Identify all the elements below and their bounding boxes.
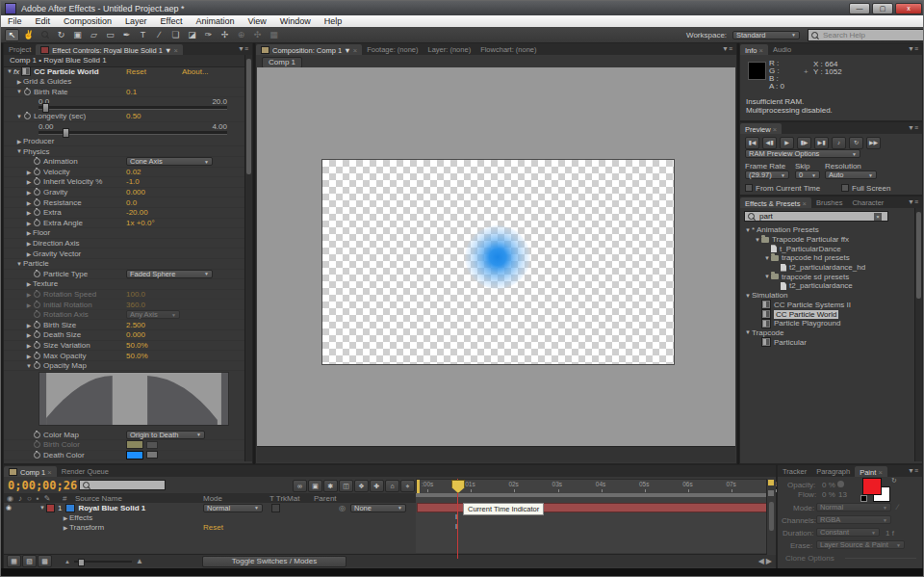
effect-controls-scrollbar[interactable] <box>244 55 252 461</box>
property-dropdown[interactable]: Cone Axis▼ <box>126 157 213 166</box>
effect-row-velocity[interactable]: ▶Velocity0.02 <box>4 168 244 178</box>
expand-layer-switches-icon[interactable]: ▦ <box>7 555 21 567</box>
tab-comp1-timeline[interactable]: Comp 1 × <box>4 466 57 477</box>
expand-arrow-icon[interactable]: ▶ <box>25 250 33 257</box>
property-value[interactable]: 50.0% <box>126 352 148 360</box>
label-column-icon[interactable]: ✎ <box>44 494 51 503</box>
effect-row-physics[interactable]: ▼Physics <box>4 146 244 157</box>
preset-tree-item-trapcode-particular-ffx[interactable]: ▼Trapcode Particular ffx <box>742 235 914 245</box>
column-parent[interactable]: Parent <box>314 494 337 503</box>
preset-tree-item-simulation[interactable]: ▼Simulation <box>742 291 914 301</box>
trkmat-cell[interactable] <box>271 504 280 512</box>
effect-row-direction-axis[interactable]: ▶Direction Axis <box>4 239 244 249</box>
tab-close-icon[interactable]: × <box>878 468 882 477</box>
fx-icon[interactable]: fx <box>13 67 19 76</box>
audio-column-icon[interactable]: ♪ <box>18 494 22 503</box>
tab-dropdown-icon[interactable]: ▼ <box>344 46 350 55</box>
preset-tree-item-cc-particle-world[interactable]: CC Particle World <box>742 309 914 319</box>
effects-presets-scrollbar[interactable] <box>914 208 922 461</box>
effect-row-gravity-vector[interactable]: ▶Gravity Vector <box>4 249 244 259</box>
loop-button[interactable]: ↻ <box>849 137 863 149</box>
effect-row-texture[interactable]: ▶Texture <box>4 279 244 290</box>
flow-value[interactable]: 0 % <box>822 490 835 499</box>
effect-row-color-map[interactable]: Color MapOrigin to Death▼ <box>4 430 244 440</box>
from-current-time-checkbox[interactable]: From Current Time <box>745 184 820 193</box>
tab-footage[interactable]: Footage: (none) <box>362 43 423 55</box>
effect-row-gravity[interactable]: ▶Gravity0.000 <box>4 188 244 198</box>
expand-inout-columns-icon[interactable]: ▩ <box>38 555 52 567</box>
type-tool[interactable]: T <box>136 29 150 41</box>
effect-row-particle-type[interactable]: Particle TypeFaded Sphere▼ <box>4 270 244 280</box>
effect-slider[interactable]: 0.020.0 <box>4 97 244 112</box>
effect-row-initial-rotation[interactable]: ▶Initial Rotation360.0 <box>4 300 244 310</box>
workspace-dropdown[interactable]: Standard▼ <box>732 31 800 39</box>
help-search-box[interactable] <box>808 29 924 41</box>
opacity-map-graph[interactable] <box>38 372 229 428</box>
menu-item-window[interactable]: Window <box>273 16 318 26</box>
horizontal-scroll-left-icon[interactable]: ◀ <box>758 557 764 565</box>
effect-row-opacity-map[interactable]: ▼Opacity Map <box>4 361 244 372</box>
comp-marker-bin-icon[interactable] <box>768 480 774 485</box>
effects-group-label[interactable]: Effects <box>69 513 92 522</box>
timeline-vertical-scrollbar[interactable] <box>769 502 774 531</box>
pen-tool[interactable]: ✒ <box>119 29 134 41</box>
property-value[interactable]: 50.0% <box>126 341 148 350</box>
collapse-arrow-icon[interactable]: ▼ <box>6 68 13 74</box>
property-value[interactable]: 0.000 <box>126 188 145 197</box>
preset-tree-item-particle-playground[interactable]: Particle Playground <box>742 319 914 328</box>
panel-menu-icon[interactable]: ▼≡ <box>238 43 252 55</box>
stopwatch-icon[interactable] <box>34 199 40 206</box>
expand-arrow-icon[interactable]: ▶ <box>25 291 33 298</box>
tab-audio[interactable]: Audio <box>768 43 796 55</box>
effects-group-row[interactable]: ▶ Effects <box>4 512 416 522</box>
column-number[interactable]: # <box>63 494 66 503</box>
toggle-switches-modes-button[interactable]: Toggle Switches / Modes <box>202 556 346 567</box>
timeline-search-input[interactable] <box>92 481 156 490</box>
effect-row-death-size[interactable]: ▶Death Size0.000 <box>4 330 244 341</box>
effect-row-max-opacity[interactable]: ▶Max Opacity50.0% <box>4 351 244 361</box>
effect-row-birth-size[interactable]: ▶Birth Size2.500 <box>4 320 244 330</box>
slider-track[interactable] <box>38 106 227 110</box>
preset-tree-item-trapcode[interactable]: ▼Trapcode <box>742 328 914 338</box>
effect-slider[interactable]: 0.004.00 <box>4 122 244 137</box>
expand-arrow-icon[interactable]: ▼ <box>15 261 23 267</box>
preset-tree-item-animation-presets[interactable]: ▼* Animation Presets <box>742 225 914 235</box>
expand-arrow-icon[interactable]: ▶ <box>25 189 33 196</box>
video-column-icon[interactable]: ◉ <box>7 494 13 503</box>
expand-arrow-icon[interactable]: ▶ <box>62 514 69 521</box>
property-value[interactable]: 0.000 <box>126 330 145 339</box>
tab-close-icon[interactable]: × <box>802 199 806 208</box>
effect-row-resistance[interactable]: ▶Resistance0.0 <box>4 197 244 208</box>
checkbox-icon[interactable] <box>745 184 753 192</box>
expand-arrow-icon[interactable]: ▶ <box>62 524 69 531</box>
camera-tool[interactable]: ▣ <box>70 29 85 41</box>
pan-behind-tool[interactable]: ▱ <box>87 29 101 41</box>
stopwatch-icon[interactable] <box>34 189 40 196</box>
current-time-display[interactable]: 0;00;00;26 <box>8 479 77 492</box>
stopwatch-icon[interactable] <box>34 342 40 349</box>
property-value[interactable]: -1.0 <box>126 177 140 186</box>
tab-render-queue[interactable]: Render Queue <box>57 465 114 477</box>
layer-label-color[interactable] <box>46 504 55 512</box>
stopwatch-icon[interactable] <box>34 169 40 175</box>
checkbox-icon[interactable] <box>841 184 849 192</box>
menu-item-animation[interactable]: Animation <box>189 16 241 26</box>
expand-arrow-icon[interactable]: ▶ <box>25 169 33 175</box>
slider-track[interactable] <box>38 131 227 135</box>
skip-dropdown[interactable]: 0▼ <box>795 170 820 179</box>
property-value[interactable]: 1x +0.0° <box>126 219 155 227</box>
selection-tool[interactable]: ↖ <box>5 29 19 41</box>
tab-close-icon[interactable]: × <box>353 46 357 55</box>
timeline-zoom-slider[interactable] <box>74 561 132 563</box>
expand-arrow-icon[interactable]: ▶ <box>25 342 33 349</box>
channels-dropdown[interactable]: RGBA▼ <box>816 515 891 524</box>
preset-tree-item-t2-particulardance[interactable]: t2_particulardance <box>742 281 914 291</box>
roto-brush-tool[interactable]: ✑ <box>201 29 216 41</box>
slider-handle[interactable] <box>63 128 69 138</box>
effect-row-inherit-velocity[interactable]: ▶Inherit Velocity %-1.0 <box>4 177 244 188</box>
menu-item-view[interactable]: View <box>241 16 272 26</box>
preset-tree-item-cc-particle-systems-ii[interactable]: CC Particle Systems II <box>742 301 914 310</box>
panel-menu-icon[interactable]: ▼≡ <box>722 43 736 55</box>
tab-close-icon[interactable]: × <box>173 46 177 55</box>
menu-item-help[interactable]: Help <box>318 16 349 26</box>
